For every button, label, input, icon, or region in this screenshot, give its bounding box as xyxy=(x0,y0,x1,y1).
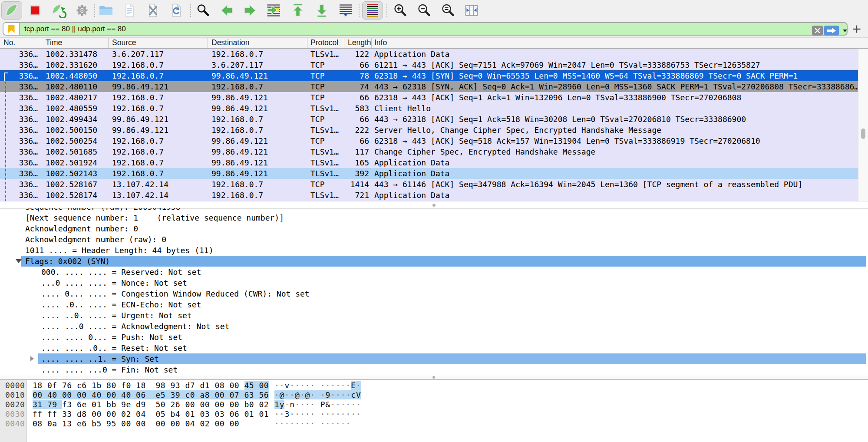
go-to-packet-button[interactable] xyxy=(263,1,284,20)
file-save-icon xyxy=(122,3,137,18)
packet-no: 336… xyxy=(0,135,41,146)
column-header-info[interactable]: Info xyxy=(372,38,868,48)
capture-options-icon xyxy=(74,3,90,18)
scrollbar-thumb[interactable] xyxy=(861,129,865,139)
clear-filter-button[interactable] xyxy=(812,26,823,36)
file-open-icon xyxy=(98,3,114,18)
add-filter-button[interactable] xyxy=(850,21,863,37)
detail-line[interactable]: 1011 .... = Header Length: 44 bytes (11) xyxy=(0,245,868,256)
hex-row[interactable]: 001000 40 00 00 40 00 40 06 e5 39 c0 a8 … xyxy=(0,390,868,400)
colorize-packets-button[interactable] xyxy=(362,1,383,20)
packet-source: 192.168.0.7 xyxy=(109,59,208,70)
filter-text[interactable]: tcp.port == 80 || udp.port == 80 xyxy=(24,25,126,33)
detail-text: Flags: 0x002 (SYN) xyxy=(0,257,110,266)
packet-row[interactable]: 336…1002.501924192.168.0.799.86.49.121TL… xyxy=(0,157,858,168)
packet-length: 66 xyxy=(344,135,372,146)
file-open-button[interactable] xyxy=(96,1,116,20)
packet-source: 13.107.42.14 xyxy=(109,190,208,201)
filter-bookmark-button[interactable] xyxy=(3,23,20,35)
packet-length: 78 xyxy=(344,70,372,81)
auto-scroll-button[interactable] xyxy=(335,1,356,20)
detail-line[interactable]: [Next sequence number: 1 (relative seque… xyxy=(0,212,868,223)
hex-row[interactable]: 002031 79 f3 6e 01 bb 9e d9 50 26 00 00 … xyxy=(0,400,868,409)
detail-line[interactable]: Flags: 0x002 (SYN) xyxy=(0,256,868,267)
capture-start-button[interactable] xyxy=(1,1,22,20)
packet-row[interactable]: 336…1002.52817413.107.42.14192.168.0.7TL… xyxy=(0,190,858,201)
zoom-in-button[interactable] xyxy=(390,1,411,20)
detail-line[interactable]: .... ...0 .... = Acknowledgment: Not set xyxy=(0,321,868,332)
capture-options-button[interactable] xyxy=(72,1,92,20)
packet-row[interactable]: 336…1002.502143192.168.0.799.86.49.121TL… xyxy=(0,168,858,179)
packet-row[interactable]: 336…1002.50015099.86.49.121192.168.0.7TL… xyxy=(0,125,858,135)
go-last-button[interactable] xyxy=(311,1,332,20)
detail-line[interactable]: 000. .... .... = Reserved: Not set xyxy=(0,267,868,277)
column-header-source[interactable]: Source xyxy=(109,38,208,48)
find-packet-button[interactable] xyxy=(193,1,214,20)
column-header-protocol[interactable]: Protocol xyxy=(307,38,344,48)
detail-line[interactable]: Acknowledgment number (raw): 0 xyxy=(0,234,868,245)
detail-line[interactable]: Acknowledgment number: 0 xyxy=(0,223,868,234)
detail-line[interactable]: .... 0... .... = Congestion Window Reduc… xyxy=(0,288,868,299)
packet-row[interactable]: 336…1002.48011099.86.49.121192.168.0.7TC… xyxy=(0,81,858,92)
packet-row[interactable]: 336…1002.480217192.168.0.799.86.49.121TC… xyxy=(0,92,858,103)
packet-length: 117 xyxy=(344,146,372,157)
hex-ascii: ··3····· ········ xyxy=(274,409,361,419)
packet-no: 336… xyxy=(0,190,41,201)
packet-row[interactable]: 336…1002.49943499.86.49.121192.168.0.7TC… xyxy=(0,114,858,125)
field-highlight xyxy=(38,353,866,364)
packet-list-header[interactable]: No.TimeSourceDestinationProtocolLengthIn… xyxy=(0,37,868,49)
resize-columns-icon xyxy=(464,3,479,18)
apply-filter-button[interactable] xyxy=(824,26,839,36)
detail-line[interactable]: .... .0.. .... = ECN-Echo: Not set xyxy=(0,299,868,310)
column-header-length[interactable]: Length xyxy=(344,38,372,48)
go-forward-button[interactable] xyxy=(240,1,261,20)
packet-no: 336… xyxy=(0,168,41,179)
detail-line[interactable]: .... .... ..1. = Syn: Set xyxy=(0,353,868,364)
hex-offset: 0020 xyxy=(5,400,25,409)
packet-time: 1002.502143 xyxy=(41,168,109,179)
pane-splitter-top[interactable] xyxy=(0,201,868,208)
hex-row[interactable]: 004008 0a 13 e6 b5 95 00 00 00 00 04 02 … xyxy=(0,419,868,429)
zoom-original-button[interactable] xyxy=(438,1,459,20)
file-reload-button[interactable] xyxy=(166,1,187,20)
packet-source: 192.168.0.7 xyxy=(109,168,208,179)
packet-list-scrollbar[interactable] xyxy=(858,49,868,201)
detail-line[interactable]: .... .... ...0 = Fin: Not set xyxy=(0,364,868,375)
go-back-button[interactable] xyxy=(216,1,237,20)
zoom-out-button[interactable] xyxy=(414,1,435,20)
detail-line[interactable]: .... .... 0... = Push: Not set xyxy=(0,332,868,343)
file-close-button[interactable] xyxy=(142,1,163,20)
file-reload-icon xyxy=(168,3,184,18)
detail-line[interactable]: Sequence number (raw): 2665041958 xyxy=(0,208,868,212)
splitter-handle xyxy=(432,376,435,379)
filter-dropdown-caret[interactable] xyxy=(843,30,847,32)
go-first-icon xyxy=(290,3,306,18)
column-header-time[interactable]: Time xyxy=(41,38,109,48)
resize-columns-button[interactable] xyxy=(461,1,482,20)
detail-line[interactable]: .... ..0. .... = Urgent: Not set xyxy=(0,310,868,321)
capture-restart-button[interactable] xyxy=(48,1,69,20)
zoom-original-icon xyxy=(440,3,456,18)
detail-line[interactable]: .... .... .0.. = Reset: Not set xyxy=(0,343,868,353)
packet-row[interactable]: 336…1002.331620192.168.0.73.6.207.117TCP… xyxy=(0,59,858,70)
detail-line[interactable]: ...0 .... .... = Nonce: Not set xyxy=(0,277,868,288)
zoom-in-icon xyxy=(393,3,408,18)
pane-splitter-bottom[interactable] xyxy=(0,375,868,379)
column-header-no[interactable]: No. xyxy=(0,38,41,48)
packet-row[interactable]: 336…1002.3314783.6.207.117192.168.0.7TLS… xyxy=(0,49,858,59)
go-first-button[interactable] xyxy=(287,1,308,20)
capture-stop-button[interactable] xyxy=(25,1,46,20)
packet-row[interactable]: 336…1002.52816713.107.42.14192.168.0.7TC… xyxy=(0,179,858,190)
file-save-button[interactable] xyxy=(119,1,140,20)
packet-row[interactable]: 336…1002.448050192.168.0.799.86.49.121TC… xyxy=(0,70,858,81)
hex-row[interactable]: 0030ff ff 33 d8 00 00 02 04 05 b4 01 03 … xyxy=(0,409,868,419)
packet-row[interactable]: 336…1002.501685192.168.0.799.86.49.121TL… xyxy=(0,146,858,157)
column-header-destination[interactable]: Destination xyxy=(208,38,307,48)
hex-row[interactable]: 000018 0f 76 c6 1b 80 f0 18 98 93 d7 d1 … xyxy=(0,381,868,390)
display-filter-input[interactable]: tcp.port == 80 || udp.port == 80 xyxy=(3,22,848,36)
packet-protocol: TLSv1… xyxy=(307,157,344,168)
packet-protocol: TCP xyxy=(307,92,344,103)
packet-row[interactable]: 336…1002.500254192.168.0.799.86.49.121TC… xyxy=(0,135,858,146)
go-to-packet-icon xyxy=(266,3,281,18)
packet-row[interactable]: 336…1002.480559192.168.0.799.86.49.121TL… xyxy=(0,103,858,114)
